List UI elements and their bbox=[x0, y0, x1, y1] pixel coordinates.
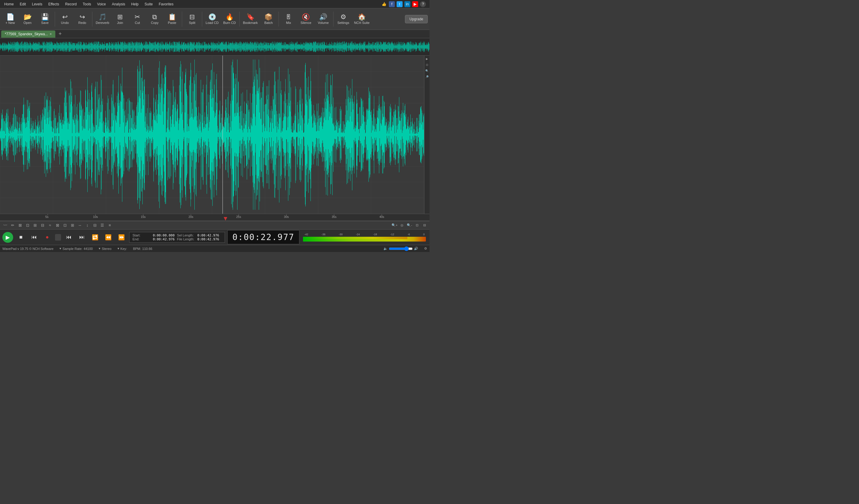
separator-5 bbox=[239, 12, 240, 27]
menu-analysis[interactable]: Analysis bbox=[109, 1, 128, 7]
undo-button[interactable]: ↩ Undo bbox=[57, 10, 73, 29]
effect-tool-1[interactable]: ≈ bbox=[47, 222, 53, 229]
loop-button[interactable]: 🔁 bbox=[90, 232, 101, 243]
save-button[interactable]: 💾 Save bbox=[36, 10, 53, 29]
nch-suite-button[interactable]: 🏠 NCH Suite bbox=[352, 10, 372, 29]
menu-effects[interactable]: Effects bbox=[45, 1, 62, 7]
batch-button[interactable]: 📦 Batch bbox=[260, 10, 277, 29]
effect-tool-2[interactable]: ⊠ bbox=[54, 222, 61, 229]
linkedin-icon[interactable]: in bbox=[404, 1, 410, 7]
sel-length-value: 0:00:42.976 bbox=[197, 233, 219, 238]
menu-voice[interactable]: Voice bbox=[94, 1, 109, 7]
settings-button[interactable]: ⚙ Settings bbox=[335, 10, 352, 29]
menu-record[interactable]: Record bbox=[62, 1, 80, 7]
menu-levels[interactable]: Levels bbox=[29, 1, 45, 7]
paste-button[interactable]: 📋 Paste bbox=[164, 10, 180, 29]
effect-tool-4[interactable]: ⊞ bbox=[69, 222, 76, 229]
menu-favorites[interactable]: Favorites bbox=[156, 1, 177, 7]
zoom-extra-tool[interactable]: ⊟ bbox=[421, 222, 428, 229]
volume-button[interactable]: 🔊 Volume bbox=[315, 10, 332, 29]
volume-control[interactable]: 🔈 🔊 bbox=[383, 246, 418, 251]
effect-tool-6[interactable]: ↕ bbox=[84, 222, 91, 229]
volume-icon: 🔊 bbox=[319, 14, 327, 20]
end-value: 0:00:42.976 bbox=[153, 238, 175, 241]
open-button[interactable]: 📂 Open bbox=[19, 10, 36, 29]
play-button[interactable]: ▶ bbox=[2, 232, 13, 243]
new-button[interactable]: 📄 + New bbox=[2, 10, 18, 29]
paste-icon: 📋 bbox=[168, 14, 176, 20]
fast-forward-button[interactable]: ⏩ bbox=[116, 232, 127, 243]
menu-help[interactable]: Help bbox=[128, 1, 142, 7]
time-display-panel: Start: 0:00:00.000 Sel Length: 0:00:42.9… bbox=[129, 232, 225, 243]
effect-tool-5[interactable]: ↔ bbox=[77, 222, 83, 229]
rewind-button[interactable]: ⏪ bbox=[103, 232, 114, 243]
mix-button[interactable]: 🎚 Mix bbox=[280, 10, 297, 29]
youtube-icon[interactable]: ▶ bbox=[412, 1, 418, 7]
app: Home Edit Levels Effects Record Tools Vo… bbox=[0, 0, 430, 252]
zoom-fit-tool[interactable]: ⊡ bbox=[413, 222, 420, 229]
copy-button[interactable]: ⧉ Copy bbox=[146, 10, 163, 29]
record-dropdown[interactable] bbox=[55, 234, 61, 241]
record-button[interactable]: ● bbox=[42, 232, 52, 243]
key-dropdown-icon[interactable]: ▾ bbox=[118, 247, 119, 250]
zoom-minus-right-button[interactable]: 🔎 bbox=[425, 75, 429, 79]
separator-2 bbox=[92, 12, 92, 27]
load-cd-button[interactable]: 💿 Load CD bbox=[204, 10, 221, 29]
dereverb-button[interactable]: 🎵 Dereverb bbox=[94, 10, 111, 29]
separator-4 bbox=[202, 12, 202, 27]
cut-button[interactable]: ✂ Cut bbox=[129, 10, 146, 29]
silence-icon: 🔇 bbox=[302, 14, 310, 20]
silence-button[interactable]: 🔇 Silence bbox=[298, 10, 314, 29]
waveform-section: ▶ ⊡ 🔍 🔎 〰 ✏ ⊠ ⊡ ⊞ ⊟ ≈ ⊠ ⊡ bbox=[0, 56, 430, 229]
overview-waveform[interactable] bbox=[0, 38, 430, 56]
twitter-icon[interactable]: t bbox=[396, 1, 403, 7]
burn-cd-button[interactable]: 🔥 Burn CD bbox=[221, 10, 238, 29]
skip-fwd-button[interactable]: ⏭ bbox=[77, 232, 87, 243]
stereo-dropdown-icon[interactable]: ▾ bbox=[99, 247, 101, 250]
zoom-in-right-button[interactable]: ▶ bbox=[425, 57, 429, 61]
timeline-canvas bbox=[0, 214, 430, 220]
waveform-area[interactable] bbox=[0, 56, 424, 214]
add-tab-button[interactable]: + bbox=[57, 30, 64, 38]
split-button[interactable]: ⊟ Split bbox=[184, 10, 200, 29]
align-center-tool[interactable]: ☰ bbox=[99, 222, 106, 229]
file-tab[interactable]: *77569_Spandex_Skywa... × bbox=[1, 30, 55, 38]
settings-icon-status[interactable]: ⚙ bbox=[424, 247, 427, 250]
zoom-in-tool[interactable]: 🔍+ bbox=[391, 222, 398, 229]
to-start-button[interactable]: ⏮ bbox=[29, 232, 40, 243]
facebook-icon[interactable]: f bbox=[389, 1, 395, 7]
zoom-out-tool[interactable]: 🔍- bbox=[406, 222, 413, 229]
zoom-fit-right-button[interactable]: ⊡ bbox=[425, 63, 429, 67]
menu-edit[interactable]: Edit bbox=[17, 1, 29, 7]
join-button[interactable]: ⊞ Join bbox=[111, 10, 128, 29]
menu-suite[interactable]: Suite bbox=[141, 1, 155, 7]
align-right-tool[interactable]: ≡ bbox=[106, 222, 113, 229]
thumbs-up-icon[interactable]: 👍 bbox=[381, 1, 387, 7]
volume-slider[interactable] bbox=[389, 246, 413, 251]
zoom-normal-tool[interactable]: ◎ bbox=[399, 222, 405, 229]
nch-suite-icon: 🏠 bbox=[358, 14, 366, 20]
sample-rate-dropdown-icon[interactable]: ▾ bbox=[60, 247, 61, 250]
zoom-out-right-button[interactable]: 🔍 bbox=[425, 69, 429, 73]
zoom-select-tool[interactable]: ⊡ bbox=[24, 222, 31, 229]
upgrade-button[interactable]: Upgrade bbox=[405, 15, 428, 23]
noise-tool[interactable]: ⊟ bbox=[39, 222, 46, 229]
tab-close-button[interactable]: × bbox=[50, 32, 52, 36]
help-icon[interactable]: ? bbox=[420, 1, 426, 7]
skip-back-button[interactable]: ⏮ bbox=[63, 232, 74, 243]
align-left-tool[interactable]: ⊟ bbox=[91, 222, 98, 229]
menu-home[interactable]: Home bbox=[1, 1, 17, 7]
bookmark-button[interactable]: 🔖 Bookmark bbox=[241, 10, 260, 29]
effect-tool-3[interactable]: ⊡ bbox=[62, 222, 68, 229]
undo-icon: ↩ bbox=[62, 14, 67, 20]
stop-button[interactable]: ■ bbox=[16, 232, 26, 243]
redo-button[interactable]: ↪ Redo bbox=[74, 10, 91, 29]
main-waveform-container[interactable]: ▶ ⊡ 🔍 🔎 bbox=[0, 56, 430, 214]
select-region-tool[interactable]: ⊞ bbox=[32, 222, 38, 229]
pencil-tool[interactable]: ✏ bbox=[9, 222, 16, 229]
content-area: ▶ ⊡ 🔍 🔎 〰 ✏ ⊠ ⊡ ⊞ ⊟ ≈ ⊠ ⊡ bbox=[0, 38, 430, 252]
select-tool[interactable]: ⊠ bbox=[17, 222, 23, 229]
menu-tools[interactable]: Tools bbox=[80, 1, 94, 7]
waveform-tool[interactable]: 〰 bbox=[2, 222, 9, 229]
status-bar: WavePad v 19.75 © NCH Software ▾ Sample … bbox=[0, 245, 430, 252]
